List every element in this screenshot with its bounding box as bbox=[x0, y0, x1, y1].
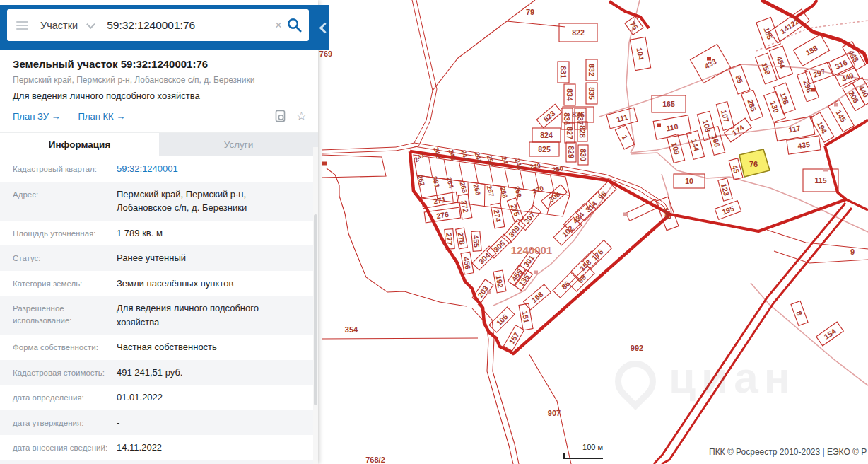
chevron-down-icon[interactable] bbox=[86, 20, 95, 29]
parcel-number-label: 283 bbox=[431, 175, 442, 188]
parcel-number-label: 9 bbox=[850, 248, 855, 256]
info-row: Площадь уточненная:1 789 кв. м bbox=[0, 221, 318, 246]
parcel-number-label: 104 bbox=[635, 47, 646, 60]
parcel-number-label: 992 bbox=[631, 344, 643, 352]
road bbox=[599, 64, 868, 117]
plan-kk-link[interactable]: План КК → bbox=[78, 111, 126, 122]
parcel-number-label: 831 bbox=[559, 66, 568, 79]
parcel-number-label: 272 bbox=[460, 199, 471, 213]
parcel-number-label: 832 bbox=[587, 64, 596, 76]
parcel-number-label: 267 bbox=[486, 185, 496, 197]
clear-search-icon[interactable]: × bbox=[275, 18, 282, 33]
parcel-number-label: 907 bbox=[548, 409, 561, 417]
map-parcel[interactable] bbox=[626, 199, 659, 221]
parcel-number-label: 304 bbox=[477, 250, 492, 265]
scrollbar-thumb[interactable] bbox=[314, 214, 317, 405]
parcel-number-label: 110 bbox=[666, 122, 679, 133]
parcel-number-label: 145 bbox=[834, 108, 848, 123]
search-box: Участки × bbox=[7, 9, 309, 41]
map-scale-bar: 100 м bbox=[563, 443, 603, 459]
parcel-number-label: 285 bbox=[746, 98, 758, 113]
info-label: Кадастровая стоимость: bbox=[13, 366, 112, 380]
info-value: Ранее учтенный bbox=[112, 251, 186, 265]
parcel-number-label: 158 bbox=[578, 257, 593, 272]
lot-divider bbox=[505, 168, 509, 187]
parcel-number-label: 250 bbox=[551, 164, 563, 173]
parcel-number-label: 268 bbox=[499, 186, 510, 199]
road-edge bbox=[322, 0, 437, 153]
document-search-icon[interactable] bbox=[274, 110, 287, 123]
plan-links-row: План ЗУ → План КК → ☆ bbox=[0, 101, 318, 130]
building-marker bbox=[657, 124, 661, 127]
info-row: Кадастровый квартал:59:32:1240001 bbox=[0, 156, 318, 182]
parcel-title: Земельный участок 59:32:1240001:76 bbox=[0, 50, 318, 70]
parcel-number-label: 269 bbox=[513, 185, 524, 198]
parcel-number-label: 835 bbox=[587, 87, 596, 100]
parcel-number-label: 194 bbox=[815, 120, 828, 134]
parcel-number-label: 830 bbox=[579, 149, 587, 161]
parcel-number-label: 825 bbox=[538, 145, 551, 153]
parcel-number-label: 176 bbox=[590, 247, 605, 262]
parcel-number-label: 111 bbox=[616, 112, 629, 124]
parcel-number-label: 165 bbox=[662, 100, 675, 108]
parcel-number-label: 823 bbox=[541, 109, 556, 124]
parcel-number-label: 248 bbox=[514, 158, 524, 170]
info-label: Кадастровый квартал: bbox=[13, 162, 112, 176]
search-category-select[interactable]: Участки bbox=[40, 20, 78, 31]
menu-icon[interactable] bbox=[16, 19, 28, 32]
lot-divider bbox=[444, 159, 447, 179]
parcel-number-label: 14122 bbox=[779, 17, 801, 36]
parcel-number-label: 270 bbox=[532, 184, 545, 195]
parcel-number-label: 262 bbox=[416, 174, 427, 187]
parcel-number-label: 249 bbox=[529, 161, 541, 170]
favorite-star-icon[interactable]: ☆ bbox=[296, 110, 307, 122]
info-value-link[interactable]: 59:32:1240001 bbox=[112, 162, 178, 176]
parcel-number-label: 157 bbox=[507, 330, 520, 345]
map[interactable]: 7976982283183283483583683782382682482782… bbox=[318, 0, 868, 464]
tab-services[interactable]: Услуги bbox=[159, 133, 318, 156]
map-scale-label: 100 м bbox=[582, 443, 603, 451]
info-label: Форма собственности: bbox=[13, 340, 112, 354]
parcel-usage-text: Для ведения личного подсобного хозяйства bbox=[0, 85, 318, 101]
parcel-number-label: 115 bbox=[815, 176, 827, 185]
parcel-number-label: 154 bbox=[822, 327, 837, 341]
collapse-sidebar-button[interactable] bbox=[318, 22, 328, 33]
cian-watermark: циан bbox=[615, 352, 796, 402]
parcel-number-label: 316 bbox=[834, 58, 849, 71]
info-label: Разрешенное использование: bbox=[13, 301, 112, 329]
info-label: дата определения: bbox=[13, 390, 112, 405]
parcel-number-label: 86 bbox=[560, 279, 572, 291]
parcel-boundary-line bbox=[507, 21, 565, 27]
quarter-boundary bbox=[795, 0, 817, 18]
info-row: Разрешенное использование:Для ведения ли… bbox=[0, 296, 318, 335]
parcel-number-label: 247 bbox=[500, 156, 511, 168]
parcel-number-label: 454 bbox=[775, 55, 787, 70]
parcel-number-label: 826 bbox=[572, 110, 585, 119]
plan-zu-link[interactable]: План ЗУ → bbox=[13, 111, 61, 122]
parcel-number-label: 769 bbox=[319, 50, 332, 58]
parcel-number-label: 117 bbox=[788, 124, 802, 134]
parcel-number-label: 79 bbox=[526, 8, 534, 16]
lot-divider bbox=[429, 157, 433, 178]
parcel-number-label: 308 bbox=[546, 190, 561, 204]
quarter-boundary bbox=[846, 199, 868, 210]
info-label: дата внесения сведений: bbox=[13, 441, 112, 455]
info-row: Категория земель:Земли населённых пункто… bbox=[0, 271, 318, 296]
parcel-number-label: 434 bbox=[571, 210, 586, 225]
info-row: дата определения:01.01.2022 bbox=[0, 385, 318, 410]
info-value: Земли населённых пунктов bbox=[112, 277, 233, 291]
tab-information[interactable]: Информация bbox=[0, 133, 159, 156]
search-input[interactable] bbox=[105, 18, 272, 33]
info-row: Статус:Ранее учтенный bbox=[0, 245, 318, 271]
parcel-number-label: 203 bbox=[476, 284, 490, 298]
info-label: Категория земель: bbox=[13, 277, 112, 291]
parcel-boundary-line bbox=[478, 304, 519, 464]
scrollbar-track[interactable] bbox=[313, 147, 318, 464]
info-label: дата утверждения: bbox=[13, 416, 112, 430]
info-label: Статус: bbox=[13, 251, 112, 265]
parcel-number-label: 8 bbox=[794, 310, 804, 317]
parcel-number-label: 174 bbox=[730, 123, 745, 137]
parcel-number-label: 827 bbox=[565, 127, 574, 139]
parcel-number-label: 107 bbox=[720, 109, 731, 123]
search-icon[interactable] bbox=[286, 17, 303, 33]
